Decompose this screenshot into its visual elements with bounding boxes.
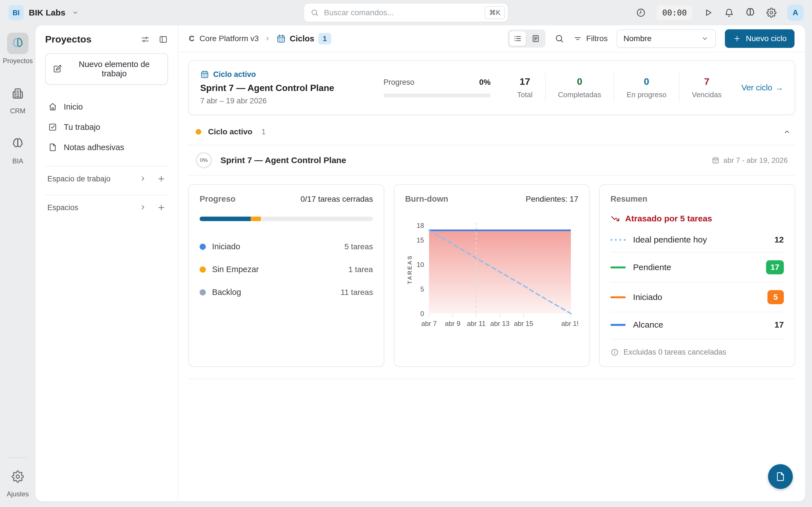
app-rail: Proyectos CRM BIA Ajustes [0,25,36,507]
group-label: Espacios [47,203,79,212]
summary-rows: Ideal pendiente hoy 12 Pendiente 17 Inic… [610,227,784,337]
cycle-row-dates: abr 7 - abr 19, 2026 [712,156,788,165]
stat-completadas: 0 Completadas [545,73,613,102]
cycles-calendar-icon [276,34,286,43]
chevron-right-icon[interactable] [139,174,147,183]
settings-gear-icon[interactable] [766,8,776,18]
active-cycle-badge: Ciclo activo [213,70,256,79]
sidebar-item-tu-trabajo[interactable]: Tu trabajo [45,117,168,137]
chevron-right-icon[interactable] [139,203,147,212]
filters-label: Filtros [586,34,608,43]
crm-office-icon [7,83,29,104]
legend-dot [200,244,206,250]
card-title: Resumen [610,194,647,204]
svg-text:abr 13: abr 13 [490,320,509,327]
group-espacio-de-trabajo[interactable]: Espacio de trabajo [45,166,168,194]
sort-select[interactable]: Nombre [617,29,716,48]
summary-card: Resumen Atrasado por 5 tareas Ideal pend… [599,184,795,367]
alert-text: Atrasado por 5 tareas [625,214,712,223]
summary-row-pendiente: Pendiente 17 [610,252,784,283]
proyectos-brain-icon [7,33,29,54]
svg-text:0: 0 [420,310,424,318]
collapse-panel-icon[interactable] [158,35,168,44]
org-name: BIK Labs [29,8,65,17]
cycle-row-title[interactable]: Sprint 7 — Agent Control Plane [220,156,346,165]
summary-row-alcance: Alcance 17 [610,313,784,337]
new-work-item-button[interactable]: Nuevo elemento de trabajo [45,53,168,85]
list-view-button[interactable] [509,31,526,46]
assistant-brain-icon[interactable] [745,7,756,18]
org-switcher[interactable]: BI BIK Labs [8,5,79,20]
legend-label: Backlog [212,288,241,297]
new-document-fab[interactable] [768,464,793,489]
rail-bottom: Ajustes [7,457,29,500]
notifications-bell-icon[interactable] [724,8,734,18]
legend-dot [200,289,206,295]
clock-icon[interactable] [636,8,646,18]
progress-value: 0% [479,78,491,87]
bia-brain-icon [7,133,29,154]
ajustes-gear-icon [7,466,29,487]
svg-text:15: 15 [416,236,424,244]
toolbar-search-icon[interactable] [555,34,564,43]
play-icon[interactable] [703,8,713,18]
rail-item-crm[interactable]: CRM [7,83,29,115]
chevron-down-icon [701,34,709,43]
svg-text:abr 15: abr 15 [514,320,533,327]
summary-label: Alcance [633,320,663,330]
stat-label: Completadas [558,91,601,99]
command-search-input[interactable]: Buscar comandos... ⌘K [304,3,508,22]
group-espacios[interactable]: Espacios [45,194,168,223]
filters-button[interactable]: Filtros [573,34,608,43]
stat-label: Total [517,91,532,99]
legend-value: 11 tareas [341,288,373,297]
chevron-up-icon[interactable] [783,128,791,136]
progress-bar [384,94,491,98]
rail-item-ajustes[interactable]: Ajustes [7,466,29,498]
timer-value[interactable]: 00:00 [657,5,693,20]
active-cycle-title[interactable]: Sprint 7 — Agent Control Plane [200,83,369,93]
rail-label: BIA [12,157,23,165]
view-cycle-link[interactable]: Ver ciclo → [741,83,783,93]
summary-label: Ideal pendiente hoy [633,235,707,244]
summary-value: 17 [774,320,784,330]
home-icon [48,102,57,112]
rail-item-bia[interactable]: BIA [7,133,29,165]
chevron-down-icon [71,9,79,16]
sidebar-item-inicio[interactable]: Inicio [45,97,168,117]
bar-segment-sin-empezar [251,217,261,221]
add-plus-icon[interactable] [157,203,166,212]
add-plus-icon[interactable] [157,174,166,183]
card-title: Burn-down [405,194,448,204]
cycle-dates-text: abr 7 - abr 19, 2026 [723,156,788,165]
rail-label: Proyectos [3,57,33,65]
rail-divider [8,457,27,458]
group-label: Ciclo activo [208,127,252,136]
user-avatar[interactable]: A [787,4,804,21]
trending-down-icon [610,214,620,223]
detail-view-button[interactable] [527,31,544,46]
new-cycle-button[interactable]: Nuevo ciclo [725,29,795,48]
svg-text:18: 18 [416,222,424,229]
sidebar-item-notas-adhesivas[interactable]: Notas adhesivas [45,137,168,158]
rail-item-proyectos[interactable]: Proyectos [3,33,33,65]
main-panel: Proyectos Nuevo elemento de trabajo Inic… [36,25,805,501]
breadcrumb-project[interactable]: Core Platform v3 [200,34,259,43]
group-count: 1 [261,128,266,136]
rail-label: CRM [10,107,26,115]
plus-icon [733,34,741,43]
cycle-row[interactable]: 0% Sprint 7 — Agent Control Plane abr 7 … [188,145,795,176]
org-logo: BI [8,5,24,20]
solid-line-swatch [610,267,626,269]
legend-row-iniciado: Iniciado 5 tareas [200,235,373,258]
summary-badge: 5 [767,290,784,304]
sidebar-item-label: Tu trabajo [64,122,100,132]
active-cycle-dates: 7 abr – 19 abr 2026 [200,97,369,105]
stat-value: 0 [558,76,601,87]
stat-value: 0 [626,76,666,87]
view-mode-toggle [508,30,546,48]
active-cycle-calendar-icon [200,70,209,79]
search-shortcut-badge: ⌘K [485,6,505,19]
sidebar-settings-sliders-icon[interactable] [140,35,150,44]
stat-label: Vencidas [692,91,722,99]
